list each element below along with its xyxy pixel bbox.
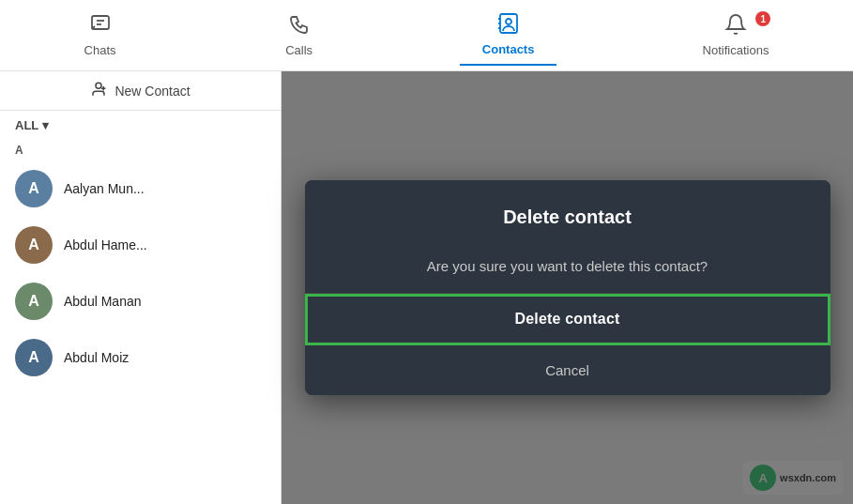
avatar: A bbox=[15, 339, 53, 376]
nav-contacts-label: Contacts bbox=[482, 42, 535, 56]
contact-item[interactable]: A Aalyan Mun... bbox=[0, 160, 281, 217]
nav-chats-label: Chats bbox=[84, 43, 116, 57]
cancel-button[interactable]: Cancel bbox=[305, 345, 830, 395]
contact-name: Abdul Hame... bbox=[64, 237, 147, 252]
notifications-badge: 1 bbox=[755, 11, 770, 26]
dialog-actions: Delete contact Cancel bbox=[305, 294, 830, 395]
avatar: A bbox=[15, 226, 53, 264]
sidebar: New Contact ALL ▾ A A Aalyan Mun... A Ab… bbox=[0, 71, 282, 504]
nav-contacts[interactable]: Contacts bbox=[460, 5, 557, 66]
avatar: A bbox=[15, 283, 53, 320]
new-contact-label: New Contact bbox=[114, 84, 190, 99]
dialog-header: Delete contact bbox=[305, 180, 830, 243]
main-area: New Contact ALL ▾ A A Aalyan Mun... A Ab… bbox=[0, 71, 853, 504]
nav-notifications[interactable]: 1 Notifications bbox=[680, 6, 792, 65]
contact-name: Abdul Manan bbox=[64, 294, 142, 309]
modal-overlay: Delete contact Are you sure you want to … bbox=[282, 71, 853, 504]
contact-item[interactable]: A Abdul Hame... bbox=[0, 217, 281, 273]
delete-contact-button[interactable]: Delete contact bbox=[305, 294, 830, 345]
delete-contact-dialog: Delete contact Are you sure you want to … bbox=[305, 180, 830, 395]
calls-icon bbox=[288, 13, 311, 39]
nav-chats[interactable]: Chats bbox=[62, 6, 139, 65]
contact-name: Abdul Moiz bbox=[64, 350, 129, 365]
dialog-message: Are you sure you want to delete this con… bbox=[327, 258, 808, 274]
filter-all[interactable]: ALL ▾ bbox=[0, 111, 281, 140]
right-area: Delete contact Are you sure you want to … bbox=[282, 71, 853, 504]
contact-name: Aalyan Mun... bbox=[64, 181, 145, 196]
add-contact-icon bbox=[90, 81, 107, 100]
new-contact-bar[interactable]: New Contact bbox=[0, 71, 281, 111]
contacts-icon bbox=[497, 12, 520, 38]
dialog-body: Are you sure you want to delete this con… bbox=[305, 243, 830, 274]
chevron-down-icon: ▾ bbox=[42, 118, 49, 132]
nav-calls-label: Calls bbox=[285, 43, 312, 57]
nav-notifications-label: Notifications bbox=[703, 43, 769, 57]
chats-icon bbox=[89, 13, 112, 39]
svg-point-4 bbox=[506, 19, 511, 24]
contact-item[interactable]: A Abdul Manan bbox=[0, 273, 281, 329]
nav-calls[interactable]: Calls bbox=[262, 6, 337, 65]
contact-item[interactable]: A Abdul Moiz bbox=[0, 329, 281, 386]
avatar: A bbox=[15, 170, 53, 207]
top-nav: Chats Calls Contacts bbox=[0, 0, 853, 71]
filter-label: ALL bbox=[15, 118, 38, 132]
section-a: A bbox=[0, 140, 281, 160]
notifications-icon bbox=[724, 13, 747, 39]
dialog-title: Delete contact bbox=[327, 206, 808, 228]
svg-point-8 bbox=[96, 83, 101, 88]
